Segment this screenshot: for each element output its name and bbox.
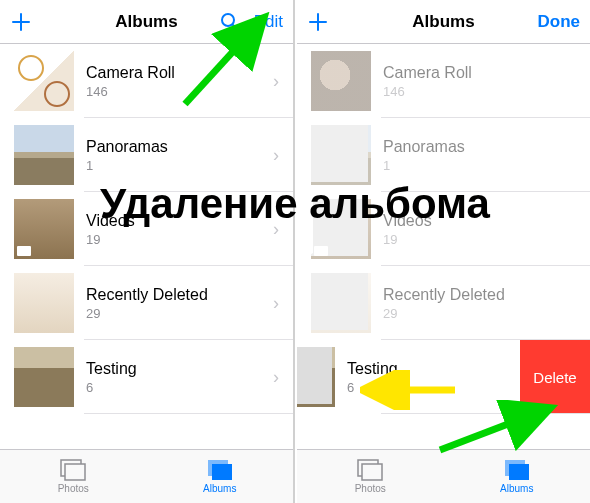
albums-list-edit: Camera Roll 146 Panoramas 1 Videos 19 [297,44,590,449]
album-count: 19 [383,232,590,247]
album-count: 19 [86,232,273,247]
tab-albums[interactable]: Albums [444,450,591,503]
album-count: 1 [383,158,590,173]
album-row: Videos 19 [297,192,590,266]
album-row: Recently Deleted 29 [297,266,590,340]
album-row: Camera Roll 146 [297,44,590,118]
chevron-right-icon: › [273,367,293,388]
album-thumbnail [14,347,74,407]
svg-rect-6 [362,464,382,480]
screen-edit-mode: Albums Done Camera Roll 146 Panoramas 1 [297,0,590,503]
svg-point-0 [222,14,234,26]
navbar: Albums Done [297,0,590,44]
chevron-right-icon: › [273,145,293,166]
album-row-swiped[interactable]: Testing 6 Delete [297,340,590,414]
album-thumbnail [14,273,74,333]
album-thumbnail [14,51,74,111]
chevron-right-icon: › [273,71,293,92]
tab-bar: Photos Albums [0,449,293,503]
add-button[interactable] [307,11,329,33]
svg-rect-8 [509,464,529,480]
done-button[interactable]: Done [538,12,581,32]
album-thumbnail [311,199,371,259]
tab-photos[interactable]: Photos [297,450,444,503]
album-title: Camera Roll [383,63,590,82]
album-row[interactable]: Recently Deleted 29 › [0,266,293,340]
svg-rect-2 [65,464,85,480]
screen-divider [293,0,295,503]
album-count: 146 [383,84,590,99]
album-title: Camera Roll [86,63,273,82]
album-thumbnail [311,273,371,333]
album-count: 146 [86,84,273,99]
album-title: Videos [383,211,590,230]
chevron-right-icon: › [273,293,293,314]
albums-list: Camera Roll 146 › Panoramas 1 › Videos [0,44,293,449]
tab-albums[interactable]: Albums [147,450,294,503]
tab-bar: Photos Albums [297,449,590,503]
svg-rect-4 [212,464,232,480]
album-thumbnail [311,51,371,111]
album-row: Panoramas 1 [297,118,590,192]
tab-label: Photos [355,483,386,494]
album-thumbnail [297,347,335,407]
tab-label: Albums [203,483,236,494]
album-count: 6 [86,380,273,395]
album-thumbnail [311,125,371,185]
search-icon[interactable] [220,12,240,32]
album-title: Recently Deleted [383,285,590,304]
tab-photos[interactable]: Photos [0,450,147,503]
edit-button[interactable]: Edit [254,12,283,32]
navbar: Albums Edit [0,0,293,44]
album-thumbnail [14,199,74,259]
delete-button[interactable]: Delete [520,340,590,414]
album-row[interactable]: Testing 6 › [0,340,293,414]
album-row[interactable]: Panoramas 1 › [0,118,293,192]
add-button[interactable] [10,11,32,33]
tab-label: Albums [500,483,533,494]
album-title: Testing [347,359,512,378]
album-title: Testing [86,359,273,378]
screen-view-mode: Albums Edit Camera Roll 146 › [0,0,293,503]
tab-label: Photos [58,483,89,494]
album-title: Videos [86,211,273,230]
album-title: Recently Deleted [86,285,273,304]
album-count: 6 [347,380,512,395]
album-row[interactable]: Videos 19 › [0,192,293,266]
album-count: 29 [86,306,273,321]
album-count: 29 [383,306,590,321]
album-title: Panoramas [383,137,590,156]
album-count: 1 [86,158,273,173]
album-title: Panoramas [86,137,273,156]
album-row[interactable]: Camera Roll 146 › [0,44,293,118]
album-thumbnail [14,125,74,185]
chevron-right-icon: › [273,219,293,240]
